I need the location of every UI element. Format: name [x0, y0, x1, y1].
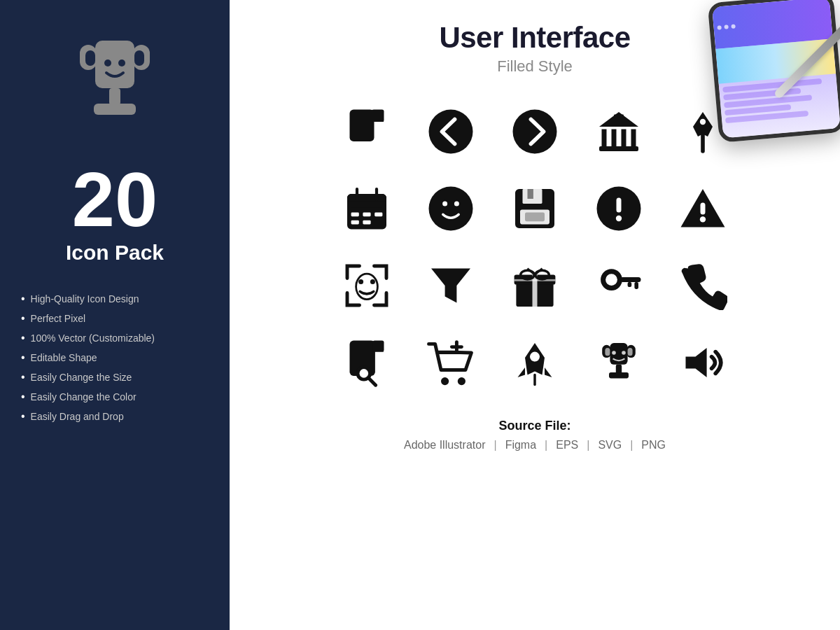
- device-screen: [708, 0, 840, 143]
- svg-rect-18: [622, 130, 626, 147]
- trophy-decoration-icon: [59, 28, 171, 140]
- svg-point-47: [700, 216, 706, 222]
- feature-item: Perfect Pixel: [21, 312, 209, 325]
- svg-marker-85: [686, 348, 707, 377]
- svg-rect-55: [514, 279, 556, 281]
- svg-rect-79: [605, 348, 610, 356]
- format-illustrator: Adobe Illustrator: [404, 439, 486, 451]
- chevron-right-circle-icon: [496, 97, 573, 167]
- info-circle-icon: [412, 174, 489, 244]
- chevron-left-circle-icon: [412, 97, 489, 167]
- svg-point-84: [622, 351, 626, 355]
- svg-point-83: [612, 351, 616, 355]
- svg-point-34: [429, 187, 473, 231]
- svg-rect-62: [620, 277, 640, 282]
- svg-point-49: [370, 279, 375, 284]
- svg-rect-29: [351, 213, 359, 217]
- svg-point-8: [118, 59, 125, 66]
- warning-triangle-icon: [664, 174, 741, 244]
- svg-rect-46: [701, 203, 706, 215]
- svg-rect-32: [351, 220, 359, 225]
- svg-point-44: [616, 216, 622, 221]
- feature-item: High-Quality Icon Design: [21, 293, 209, 305]
- svg-rect-64: [628, 282, 632, 287]
- svg-rect-9: [350, 110, 374, 142]
- source-file-section: Source File: Adobe Illustrator | Figma |…: [404, 419, 666, 451]
- source-formats: Adobe Illustrator | Figma | EPS | SVG | …: [404, 439, 666, 451]
- svg-rect-17: [612, 130, 617, 147]
- svg-rect-21: [614, 115, 624, 120]
- alert-circle-icon: [580, 174, 657, 244]
- source-label: Source File:: [404, 419, 666, 433]
- feature-item: Easily Drag and Drop: [21, 410, 209, 423]
- icon-count: 20: [72, 161, 158, 238]
- svg-rect-0: [95, 41, 134, 88]
- gift-icon: [496, 251, 573, 321]
- svg-rect-16: [602, 130, 607, 147]
- pack-label: Icon Pack: [66, 241, 164, 265]
- svg-rect-63: [634, 282, 638, 289]
- svg-point-48: [358, 279, 363, 284]
- svg-rect-33: [363, 220, 370, 225]
- features-list: High-Quality Icon Design Perfect Pixel 1…: [21, 293, 209, 430]
- separator: |: [587, 439, 589, 451]
- svg-rect-5: [109, 88, 120, 105]
- svg-point-70: [441, 377, 449, 385]
- content-area: User Interface Filled Style: [230, 0, 840, 630]
- svg-point-35: [442, 202, 447, 206]
- svg-point-68: [360, 369, 369, 378]
- svg-rect-41: [525, 213, 545, 222]
- add-file-icon: [328, 97, 405, 167]
- svg-rect-81: [616, 365, 622, 374]
- calendar-icon: [328, 174, 405, 244]
- svg-rect-6: [94, 104, 136, 115]
- separator: |: [545, 439, 547, 451]
- phone-icon: [664, 251, 741, 321]
- device-mockup: [637, 0, 840, 170]
- svg-rect-10: [372, 110, 384, 122]
- key-icon: [580, 251, 657, 321]
- separator: |: [493, 439, 496, 451]
- svg-rect-82: [609, 372, 629, 378]
- svg-rect-31: [374, 213, 382, 217]
- file-search-icon: [328, 328, 405, 398]
- feature-item: Easily Change the Color: [21, 391, 209, 403]
- svg-rect-4: [134, 50, 144, 66]
- format-figma: Figma: [505, 439, 536, 451]
- svg-point-61: [606, 274, 617, 286]
- svg-point-36: [454, 202, 459, 206]
- page-title: User Interface: [439, 21, 630, 55]
- trophy-small-icon: [580, 328, 657, 398]
- format-png: PNG: [641, 439, 666, 451]
- title-section: User Interface Filled Style: [439, 21, 630, 76]
- svg-rect-66: [372, 341, 384, 352]
- feature-item: Editable Shape: [21, 351, 209, 364]
- volume-icon: [664, 328, 741, 398]
- svg-point-71: [458, 377, 465, 385]
- svg-marker-51: [431, 269, 470, 303]
- rocket-icon: [496, 328, 573, 398]
- svg-point-14: [513, 110, 557, 154]
- page-subtitle: Filled Style: [439, 57, 630, 76]
- feature-item: Easily Change the Size: [21, 371, 209, 384]
- svg-rect-3: [85, 50, 95, 66]
- svg-rect-30: [363, 213, 370, 217]
- svg-rect-26: [347, 202, 386, 208]
- format-svg: SVG: [598, 439, 622, 451]
- save-icon: [496, 174, 573, 244]
- format-eps: EPS: [556, 439, 578, 451]
- face-scan-icon: [328, 251, 405, 321]
- svg-point-13: [429, 110, 473, 154]
- svg-rect-19: [631, 130, 636, 147]
- svg-rect-43: [617, 198, 622, 213]
- svg-rect-80: [628, 348, 633, 356]
- sidebar: 20 Icon Pack High-Quality Icon Design Pe…: [0, 0, 230, 630]
- separator: |: [630, 439, 633, 451]
- svg-line-69: [370, 379, 375, 385]
- svg-rect-15: [599, 146, 638, 151]
- filter-icon: [412, 251, 489, 321]
- svg-point-7: [104, 59, 111, 66]
- svg-point-74: [530, 352, 540, 362]
- cart-add-icon: [412, 328, 489, 398]
- svg-point-50: [356, 274, 378, 299]
